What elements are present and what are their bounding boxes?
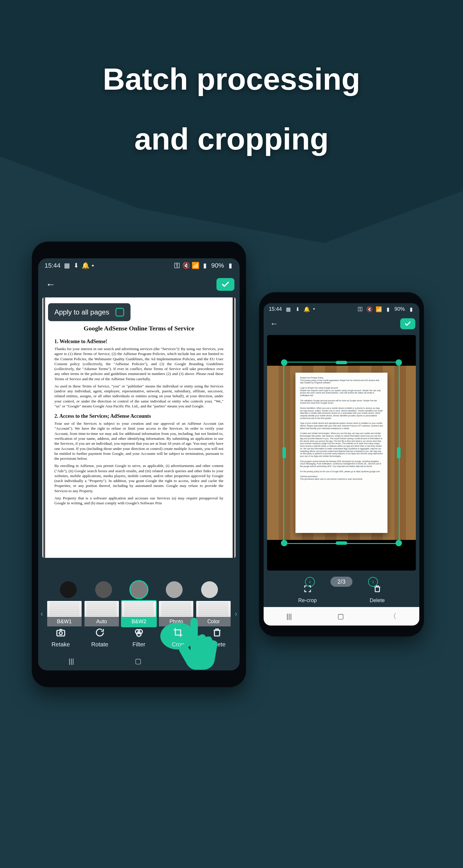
back-button[interactable]: ←: [268, 317, 280, 330]
mute-icon: 🔇: [183, 263, 189, 269]
crop-handle-edge[interactable]: [336, 361, 347, 364]
svg-rect-6: [375, 587, 379, 592]
delete-label: Delete: [370, 597, 384, 603]
svg-rect-5: [214, 630, 220, 636]
doc-title: Google AdSense Online Terms of Service: [54, 324, 223, 332]
crop-handle-corner[interactable]: [396, 359, 402, 366]
crop-handle-corner[interactable]: [396, 540, 402, 546]
hero-title: Batch processing and cropping: [0, 49, 463, 169]
confirm-button[interactable]: [400, 318, 415, 329]
recrop-label: Re-crop: [298, 597, 316, 603]
status-bar: 15:44 ▦ ⬇ 🔔 • ⚿ 🔇 📶 ▮ 90% ▮: [38, 258, 240, 273]
wifi-icon: 📶: [193, 263, 198, 269]
signal-icon: ▮: [202, 263, 208, 269]
doc-paragraph: Your use of the Services is subject to y…: [54, 421, 223, 461]
phone-right: 15:44 ▦ ⬇ 🔔 • ⚿ 🔇 📶 ▮ 90% ▮ ←: [259, 292, 424, 637]
home-nav-icon[interactable]: ▢: [337, 612, 344, 620]
status-time: 15:44: [269, 306, 282, 312]
bell-icon: 🔔: [83, 263, 88, 269]
download-icon: ⬇: [73, 263, 79, 269]
back-nav-icon[interactable]: 〈: [390, 612, 396, 621]
doc-paragraph: As used in these Terms of Service, "you"…: [54, 384, 223, 408]
thumb-next-button[interactable]: ›: [234, 609, 239, 618]
battery-icon: ▮: [227, 263, 233, 269]
crop-frame[interactable]: [283, 362, 400, 544]
trash-icon: [372, 583, 383, 595]
crop-button[interactable]: Crop: [162, 627, 194, 648]
svg-point-1: [59, 631, 62, 635]
recents-nav-icon[interactable]: |||: [286, 612, 292, 620]
expand-icon: [302, 583, 313, 595]
android-nav-bar: ||| ▢ 〈: [38, 652, 240, 671]
tone-dot[interactable]: [130, 581, 147, 598]
trash-icon: [211, 627, 223, 638]
app-bar: ←: [264, 315, 419, 333]
signal-icon: ▮: [385, 306, 391, 312]
recrop-button[interactable]: Re-crop: [298, 583, 316, 603]
tone-dot[interactable]: [166, 581, 183, 598]
phone-left: 15:44 ▦ ⬇ 🔔 • ⚿ 🔇 📶 ▮ 90% ▮ ←: [32, 242, 246, 687]
apply-to-all-toggle[interactable]: Apply to all pages: [48, 303, 130, 321]
retake-label: Retake: [52, 641, 70, 648]
bottom-toolbar: Retake Rotate Filter Crop: [38, 623, 240, 652]
status-battery: 90%: [211, 262, 224, 269]
image-icon: ▦: [285, 306, 291, 312]
delete-button[interactable]: Delete: [201, 627, 233, 648]
wifi-icon: 📶: [376, 306, 382, 312]
image-icon: ▦: [64, 263, 70, 269]
document-body: Google AdSense Online Terms of Service 1…: [54, 320, 223, 508]
retake-button[interactable]: Retake: [45, 627, 77, 648]
app-bar: ←: [38, 273, 240, 296]
doc-paragraph: By enrolling in AdSense, you permit Goog…: [54, 463, 223, 493]
confirm-button[interactable]: [216, 278, 235, 291]
tone-dot[interactable]: [60, 581, 77, 598]
key-icon: ⚿: [174, 263, 180, 269]
document-preview[interactable]: Apply to all pages Google AdSense Online…: [42, 298, 236, 558]
crop-handle-edge[interactable]: [336, 541, 347, 545]
thumb-prev-button[interactable]: ‹: [39, 609, 44, 618]
hero-line-1: Batch processing: [0, 49, 463, 109]
filter-label: Filter: [132, 641, 145, 648]
crop-icon: [172, 627, 184, 638]
doc-paragraph: Thanks for your interest in our search a…: [54, 346, 223, 381]
hero-line-2: and cropping: [0, 109, 463, 169]
doc-heading-2: 2. Access to the Services; AdSense Accou…: [54, 413, 223, 419]
filter-icon: [133, 627, 145, 638]
delete-button[interactable]: Delete: [370, 583, 384, 603]
rotate-button[interactable]: Rotate: [84, 627, 116, 648]
tone-selector: [38, 579, 240, 600]
tone-dot[interactable]: [201, 581, 218, 598]
crop-stage[interactable]: Simple Fax Privacy Policy This privacy p…: [267, 335, 416, 570]
crop-handle-corner[interactable]: [281, 540, 287, 546]
doc-paragraph: Any Property that is a software applicat…: [54, 496, 223, 506]
status-battery: 90%: [394, 306, 405, 312]
status-time: 15:44: [44, 262, 60, 269]
rotate-label: Rotate: [91, 641, 108, 648]
android-nav-bar: ||| ▢ 〈: [264, 607, 419, 625]
battery-icon: ▮: [408, 306, 414, 312]
crop-label: Crop: [172, 641, 184, 648]
doc-heading-1: 1. Welcome to AdSense!: [54, 339, 223, 345]
back-button[interactable]: ←: [43, 277, 58, 292]
crop-handle-corner[interactable]: [281, 359, 287, 366]
status-bar: 15:44 ▦ ⬇ 🔔 • ⚿ 🔇 📶 ▮ 90% ▮: [264, 303, 419, 315]
bell-icon: 🔔: [304, 306, 310, 312]
download-icon: ⬇: [295, 306, 300, 312]
tone-dot[interactable]: [95, 581, 112, 598]
delete-label: Delete: [209, 641, 225, 648]
mute-icon: 🔇: [367, 306, 372, 312]
apply-to-all-label: Apply to all pages: [54, 308, 109, 316]
crop-handle-edge[interactable]: [397, 447, 401, 459]
crop-handle-edge[interactable]: [282, 447, 286, 459]
bottom-toolbar: Re-crop Delete: [264, 578, 419, 608]
rotate-icon: [94, 627, 105, 638]
home-nav-icon[interactable]: ▢: [135, 657, 142, 665]
key-icon: ⚿: [358, 306, 363, 312]
camera-icon: [55, 627, 67, 638]
checkbox-icon[interactable]: [116, 308, 124, 316]
filter-button[interactable]: Filter: [123, 627, 155, 648]
recents-nav-icon[interactable]: |||: [69, 657, 74, 665]
back-nav-icon[interactable]: 〈: [202, 656, 209, 666]
